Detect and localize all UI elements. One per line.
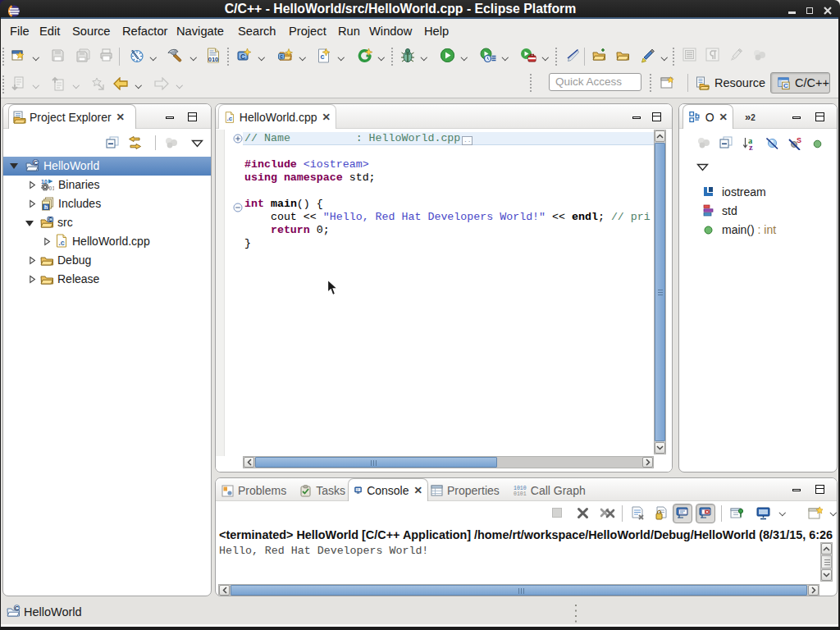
svg-text:h: h	[44, 204, 48, 210]
svg-text:C: C	[15, 605, 20, 612]
svg-text:C: C	[48, 217, 52, 222]
svg-text:C: C	[240, 52, 245, 61]
svg-text:c: c	[280, 53, 283, 59]
svg-text:c: c	[320, 52, 324, 61]
svg-text:.c: .c	[227, 115, 233, 122]
svg-text:1010: 1010	[514, 486, 527, 491]
svg-text:z: z	[749, 143, 753, 150]
svg-text:01: 01	[49, 185, 55, 191]
svg-text:010: 010	[208, 56, 219, 63]
svg-text:S: S	[797, 136, 801, 144]
svg-text:0101: 0101	[514, 491, 527, 496]
svg-text:C: C	[783, 82, 788, 89]
svg-text:.c: .c	[58, 239, 65, 247]
svg-text:C: C	[34, 159, 39, 167]
